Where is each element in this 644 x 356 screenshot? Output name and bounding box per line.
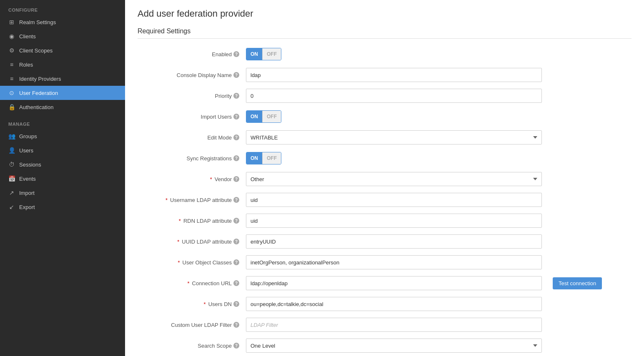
identity-providers-icon: ≡ (8, 75, 15, 82)
sidebar-item-roles[interactable]: ≡ Roles (0, 57, 125, 72)
edit-mode-help-icon[interactable]: ? (233, 134, 239, 140)
sidebar-item-label: Sessions (19, 162, 41, 168)
sync-registrations-toggle[interactable]: ON OFF (246, 152, 281, 164)
custom-ldap-filter-help-icon[interactable]: ? (233, 322, 239, 328)
sidebar-item-import[interactable]: ↗ Import (0, 186, 125, 200)
events-icon: 📅 (8, 175, 15, 182)
enabled-help-icon[interactable]: ? (233, 51, 239, 57)
sync-registrations-row: Sync Registrations ? ON OFF (138, 151, 631, 165)
sidebar-item-clients[interactable]: ◉ Clients (0, 29, 125, 43)
sidebar-item-label: Groups (19, 133, 37, 139)
import-users-label: Import Users ? (138, 114, 246, 120)
vendor-help-icon[interactable]: ? (233, 176, 239, 182)
sync-registrations-control: ON OFF (246, 152, 631, 164)
sidebar-item-label: Clients (19, 33, 36, 40)
username-ldap-label: * Username LDAP attribute ? (138, 197, 246, 203)
section-title: Required Settings (138, 27, 631, 39)
import-users-control: ON OFF (246, 110, 631, 123)
uuid-ldap-help-icon[interactable]: ? (233, 239, 239, 244)
custom-ldap-filter-input[interactable] (246, 318, 542, 332)
sidebar-item-label: Import (19, 190, 35, 196)
custom-ldap-filter-control (246, 318, 631, 332)
sidebar-item-label: Events (19, 176, 36, 182)
edit-mode-row: Edit Mode ? WRITABLE READ_ONLY UNSYNCED (138, 130, 631, 144)
configure-section-label: Configure (0, 0, 125, 15)
custom-ldap-filter-row: Custom User LDAP Filter ? (138, 318, 631, 332)
import-users-toggle[interactable]: ON OFF (246, 110, 281, 123)
vendor-label: * Vendor ? (138, 176, 246, 182)
uuid-ldap-label: * UUID LDAP attribute ? (138, 239, 246, 245)
sidebar-item-user-federation[interactable]: ⊙ User Federation (0, 86, 125, 100)
users-dn-control (246, 297, 631, 311)
edit-mode-label: Edit Mode ? (138, 134, 246, 141)
uuid-ldap-row: * UUID LDAP attribute ? (138, 234, 631, 249)
edit-mode-select[interactable]: WRITABLE READ_ONLY UNSYNCED (246, 130, 542, 144)
sync-registrations-label: Sync Registrations ? (138, 155, 246, 162)
users-dn-input[interactable] (246, 297, 542, 311)
vendor-row: * Vendor ? Other Active Directory Red Ha… (138, 172, 631, 186)
uuid-ldap-input[interactable] (246, 234, 542, 249)
sidebar-item-label: Identity Providers (19, 76, 61, 82)
rdn-ldap-label: * RDN LDAP attribute ? (138, 218, 246, 224)
enabled-on-label: ON (246, 48, 262, 60)
sidebar-item-users[interactable]: 👤 Users (0, 143, 125, 157)
rdn-ldap-control (246, 214, 631, 228)
sidebar-item-authentication[interactable]: 🔒 Authentication (0, 100, 125, 114)
priority-help-icon[interactable]: ? (233, 93, 239, 99)
import-users-help-icon[interactable]: ? (233, 114, 239, 119)
sync-registrations-on-label: ON (246, 152, 262, 164)
sidebar-item-label: Export (19, 204, 35, 210)
sidebar-item-label: Users (19, 147, 33, 154)
users-dn-help-icon[interactable]: ? (233, 301, 239, 307)
search-scope-select[interactable]: One Level Subtree (246, 339, 542, 353)
enabled-control: ON OFF (246, 48, 631, 60)
priority-input[interactable] (246, 89, 542, 103)
username-ldap-control (246, 193, 631, 207)
sync-registrations-help-icon[interactable]: ? (233, 155, 239, 161)
enabled-toggle[interactable]: ON OFF (246, 48, 281, 60)
rdn-ldap-help-icon[interactable]: ? (233, 218, 239, 224)
client-scopes-icon: ⚙ (8, 47, 15, 54)
sidebar-item-realm-settings[interactable]: ⊞ Realm Settings (0, 15, 125, 29)
console-display-name-control (246, 68, 631, 82)
sidebar: Configure ⊞ Realm Settings ◉ Clients ⚙ C… (0, 0, 125, 356)
users-dn-label: * Users DN ? (138, 301, 246, 307)
sidebar-item-label: Client Scopes (19, 47, 53, 54)
sync-registrations-off-label: OFF (262, 152, 281, 164)
uuid-ldap-control (246, 234, 631, 249)
authentication-icon: 🔒 (8, 104, 15, 110)
user-object-classes-row: * User Object Classes ? (138, 255, 631, 269)
console-display-name-input[interactable] (246, 68, 542, 82)
import-users-row: Import Users ? ON OFF (138, 110, 631, 124)
rdn-ldap-row: * RDN LDAP attribute ? (138, 214, 631, 228)
sidebar-item-label: Roles (19, 62, 33, 68)
sidebar-item-identity-providers[interactable]: ≡ Identity Providers (0, 72, 125, 86)
rdn-ldap-input[interactable] (246, 214, 542, 228)
main-content: Add user federation provider Required Se… (125, 0, 644, 356)
search-scope-help-icon[interactable]: ? (233, 343, 239, 349)
sidebar-item-events[interactable]: 📅 Events (0, 172, 125, 186)
enabled-label: Enabled ? (138, 51, 246, 57)
vendor-select[interactable]: Other Active Directory Red Hat Directory… (246, 172, 542, 186)
connection-url-row: * Connection URL ? Test connection (138, 276, 631, 290)
connection-url-input[interactable] (246, 276, 542, 290)
sidebar-item-groups[interactable]: 👥 Groups (0, 129, 125, 143)
username-ldap-input[interactable] (246, 193, 542, 207)
connection-url-help-icon[interactable]: ? (233, 280, 239, 286)
realm-settings-icon: ⊞ (8, 19, 15, 25)
manage-section-label: Manage (0, 114, 125, 129)
enabled-off-label: OFF (262, 48, 281, 60)
connection-url-label: * Connection URL ? (138, 280, 246, 286)
console-display-name-help-icon[interactable]: ? (233, 72, 239, 78)
users-icon: 👤 (8, 147, 15, 154)
user-object-classes-input[interactable] (246, 255, 542, 269)
sidebar-item-export[interactable]: ↙ Export (0, 200, 125, 214)
user-object-classes-help-icon[interactable]: ? (233, 259, 239, 265)
test-connection-button[interactable]: Test connection (553, 277, 602, 289)
sidebar-item-sessions[interactable]: ⏱ Sessions (0, 157, 125, 172)
sidebar-item-label: Authentication (19, 104, 53, 110)
user-object-classes-control (246, 255, 631, 269)
sidebar-item-client-scopes[interactable]: ⚙ Client Scopes (0, 43, 125, 57)
username-ldap-help-icon[interactable]: ? (233, 197, 239, 203)
sidebar-item-label: Realm Settings (19, 19, 56, 25)
